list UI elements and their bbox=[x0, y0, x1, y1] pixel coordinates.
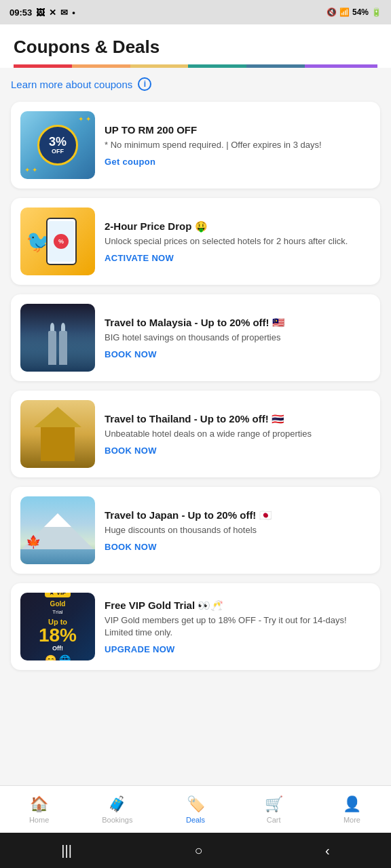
deal-desc: Unbeatable hotel deals on a wide range o… bbox=[105, 428, 371, 440]
mail-icon: ✉ bbox=[60, 7, 68, 18]
deal-desc: BIG hotel savings on thousands of proper… bbox=[105, 332, 371, 344]
status-right: 🔇 📶 54% 🔋 bbox=[327, 7, 381, 17]
android-home-button[interactable]: ○ bbox=[194, 843, 202, 859]
battery-icon: 🔋 bbox=[371, 7, 381, 17]
battery-text: 54% bbox=[352, 7, 369, 17]
status-left: 09:53 🖼 ✕ ✉ • bbox=[10, 7, 75, 18]
mute-icon: 🔇 bbox=[327, 7, 337, 17]
deals-icon: 🏷️ bbox=[187, 795, 205, 813]
time: 09:53 bbox=[10, 7, 32, 18]
photo-icon: 🖼 bbox=[36, 7, 45, 18]
deal-content-price-drop: 2-Hour Price Drop 🤑 Unlock special price… bbox=[105, 220, 371, 264]
nav-item-cart[interactable]: 🛒 Cart bbox=[235, 795, 313, 824]
more-icon: 👤 bbox=[343, 795, 361, 813]
nav-label-home: Home bbox=[29, 816, 49, 824]
bookings-icon: 🧳 bbox=[108, 795, 126, 813]
nav-label-bookings: Bookings bbox=[102, 816, 132, 824]
android-nav-bar: ||| ○ ‹ bbox=[0, 833, 391, 868]
home-icon: 🏠 bbox=[30, 795, 48, 813]
deal-image-coupon: ✦ ✦ 3% OFF ✦ ✦ bbox=[20, 111, 95, 179]
android-recents-button[interactable]: ||| bbox=[61, 843, 72, 859]
deal-desc: Huge discounts on thousands of hotels bbox=[105, 524, 371, 536]
deal-card-price-drop[interactable]: 🐦 % 2-Hour Price Drop 🤑 Unlock special p… bbox=[11, 198, 380, 285]
deal-content-japan: Travel to Japan - Up to 20% off! 🇯🇵 Huge… bbox=[105, 509, 371, 553]
book-now-malaysia-button[interactable]: BOOK NOW bbox=[105, 349, 371, 359]
dot-icon: • bbox=[72, 7, 75, 18]
wifi-icon: 📶 bbox=[339, 7, 350, 17]
nav-item-more[interactable]: 👤 More bbox=[313, 795, 391, 824]
nav-item-home[interactable]: 🏠 Home bbox=[0, 795, 78, 824]
deal-image-thailand bbox=[20, 400, 95, 468]
nav-label-more: More bbox=[343, 816, 360, 824]
book-now-japan-button[interactable]: BOOK NOW bbox=[105, 542, 371, 552]
page-title: Coupons & Deals bbox=[14, 37, 377, 58]
android-back-button[interactable]: ‹ bbox=[325, 843, 330, 859]
deal-title: Travel to Thailand - Up to 20% off! 🇹🇭 bbox=[105, 412, 371, 426]
deal-desc: * No minimum spend required. | Offer exp… bbox=[105, 139, 371, 151]
status-bar: 09:53 🖼 ✕ ✉ • 🔇 📶 54% 🔋 bbox=[0, 0, 391, 24]
deal-title: UP TO RM 200 OFF bbox=[105, 123, 371, 137]
deal-title: 2-Hour Price Drop 🤑 bbox=[105, 220, 371, 233]
bottom-nav: 🏠 Home 🧳 Bookings 🏷️ Deals 🛒 Cart 👤 More bbox=[0, 785, 391, 833]
learn-more-link[interactable]: Learn more about coupons bbox=[11, 79, 132, 90]
deal-card-coupon-rm200[interactable]: ✦ ✦ 3% OFF ✦ ✦ UP TO RM 200 OFF * No min… bbox=[11, 102, 380, 189]
deal-title: Free VIP Gold Trial 👀🥂 bbox=[105, 599, 371, 612]
deal-title: Travel to Japan - Up to 20% off! 🇯🇵 bbox=[105, 509, 371, 522]
book-now-thailand-button[interactable]: BOOK NOW bbox=[105, 446, 371, 456]
deal-title: Travel to Malaysia - Up to 20% off! 🇲🇾 bbox=[105, 316, 371, 330]
deal-content-malaysia: Travel to Malaysia - Up to 20% off! 🇲🇾 B… bbox=[105, 316, 371, 360]
get-coupon-button[interactable]: Get coupon bbox=[105, 157, 371, 167]
nav-item-deals[interactable]: 🏷️ Deals bbox=[156, 795, 234, 824]
nav-label-cart: Cart bbox=[267, 816, 281, 824]
security-icon: ✕ bbox=[49, 7, 56, 18]
phone-mockup: % bbox=[46, 218, 77, 265]
activate-now-button[interactable]: ACTIVATE NOW bbox=[105, 253, 371, 263]
deal-content-vip: Free VIP Gold Trial 👀🥂 VIP Gold members … bbox=[105, 599, 371, 655]
main-content: Learn more about coupons i ✦ ✦ 3% OFF ✦ … bbox=[0, 68, 391, 777]
deals-scroll-area: Learn more about coupons i ✦ ✦ 3% OFF ✦ … bbox=[11, 77, 380, 768]
cart-icon: 🛒 bbox=[265, 795, 283, 813]
deal-image-price-drop: 🐦 % bbox=[20, 208, 95, 275]
deal-image-malaysia bbox=[20, 304, 95, 372]
deal-desc: VIP Gold members get up to 18% OFF - Try… bbox=[105, 614, 371, 639]
deal-card-japan[interactable]: 🍁 Travel to Japan - Up to 20% off! 🇯🇵 Hu… bbox=[11, 487, 380, 574]
deal-image-japan: 🍁 bbox=[20, 496, 95, 564]
deal-image-vip: ★ VIP Gold Trial Up to 18% Off! 😊 🌐 bbox=[20, 593, 95, 660]
info-icon[interactable]: i bbox=[138, 77, 151, 91]
learn-more-row[interactable]: Learn more about coupons i bbox=[11, 77, 380, 91]
nav-item-bookings[interactable]: 🧳 Bookings bbox=[78, 795, 156, 824]
upgrade-now-button[interactable]: UPGRADE NOW bbox=[105, 644, 371, 654]
coupon-badge: 3% OFF bbox=[37, 125, 78, 165]
deal-card-malaysia[interactable]: Travel to Malaysia - Up to 20% off! 🇲🇾 B… bbox=[11, 294, 380, 381]
page-header: Coupons & Deals bbox=[0, 24, 391, 68]
deal-card-vip-gold[interactable]: ★ VIP Gold Trial Up to 18% Off! 😊 🌐 Free… bbox=[11, 583, 380, 670]
nav-label-deals: Deals bbox=[186, 816, 205, 824]
deal-content-thailand: Travel to Thailand - Up to 20% off! 🇹🇭 U… bbox=[105, 412, 371, 456]
deal-content-coupon: UP TO RM 200 OFF * No minimum spend requ… bbox=[105, 123, 371, 167]
deal-desc: Unlock special prices on selected hotels… bbox=[105, 235, 371, 248]
deal-card-thailand[interactable]: Travel to Thailand - Up to 20% off! 🇹🇭 U… bbox=[11, 391, 380, 477]
